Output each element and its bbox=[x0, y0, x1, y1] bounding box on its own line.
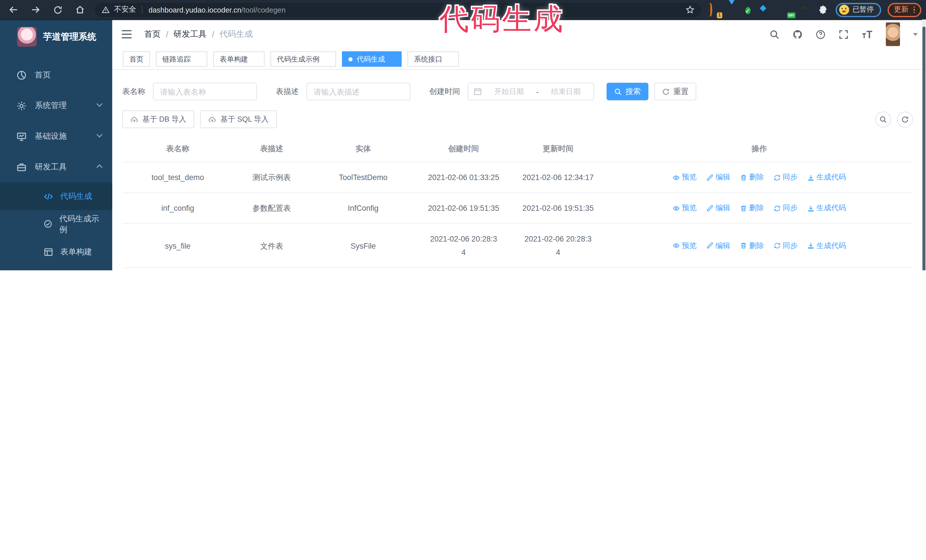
search-button[interactable]: 搜索 bbox=[607, 83, 649, 100]
action-label: 同步 bbox=[783, 201, 797, 215]
action-preview-button[interactable]: 预览 bbox=[672, 171, 697, 184]
edit-icon bbox=[706, 174, 713, 181]
extension-green-icon[interactable] bbox=[800, 5, 810, 15]
tab-close-icon[interactable] bbox=[252, 56, 258, 62]
import-db-button[interactable]: 基于 DB 导入 bbox=[122, 110, 195, 128]
sidebar-subitem[interactable]: 表单构建 bbox=[0, 238, 112, 266]
address-bar[interactable]: 不安全 dashboard.yudao.iocoder.cn/tool/code… bbox=[95, 3, 702, 17]
hamburger-icon[interactable] bbox=[122, 30, 132, 38]
extension-dark-icon[interactable]: on bbox=[782, 5, 792, 15]
sidebar-subitem[interactable]: 系统接口 bbox=[0, 266, 112, 270]
user-avatar[interactable] bbox=[886, 23, 900, 46]
cell-table-desc: 测试示例表 bbox=[233, 171, 310, 184]
scrollbar-thumb[interactable] bbox=[923, 27, 925, 270]
action-generate-button[interactable]: 生成代码 bbox=[807, 239, 846, 252]
breadcrumb-home[interactable]: 首页 bbox=[144, 29, 161, 39]
delete-icon bbox=[740, 174, 747, 181]
home-icon[interactable] bbox=[75, 5, 85, 15]
action-delete-button[interactable]: 删除 bbox=[740, 171, 764, 184]
profile-paused-chip[interactable]: 已暂停 bbox=[835, 3, 881, 17]
column-header: 创建时间 bbox=[416, 143, 511, 154]
action-generate-button[interactable]: 生成代码 bbox=[807, 171, 846, 184]
url-text[interactable]: dashboard.yudao.iocoder.cn/tool/codegen bbox=[148, 6, 286, 14]
action-sync-button[interactable]: 同步 bbox=[773, 239, 797, 252]
table-name-input[interactable] bbox=[153, 83, 257, 100]
action-preview-button[interactable]: 预览 bbox=[672, 201, 697, 215]
action-generate-button[interactable]: 生成代码 bbox=[807, 201, 846, 215]
action-sync-button[interactable]: 同步 bbox=[773, 201, 797, 215]
sidebar-item-0[interactable]: 首页 bbox=[0, 60, 112, 90]
header-search-icon[interactable] bbox=[770, 29, 779, 39]
chevron-up-icon bbox=[96, 164, 103, 171]
sidebar-item-1[interactable]: 系统管理 bbox=[0, 90, 112, 121]
extension-orange-icon[interactable]: 1 bbox=[708, 5, 719, 15]
fullscreen-icon[interactable] bbox=[838, 29, 849, 39]
chevron-down-icon bbox=[96, 133, 103, 140]
security-label[interactable]: 不安全 bbox=[114, 5, 136, 15]
tab[interactable]: 表单构建 bbox=[213, 51, 265, 66]
eye-icon bbox=[672, 174, 679, 181]
reset-button[interactable]: 重置 bbox=[654, 83, 696, 100]
action-label: 删除 bbox=[749, 201, 764, 215]
toolbox-icon bbox=[17, 162, 27, 172]
help-icon[interactable] bbox=[816, 29, 825, 39]
tab[interactable]: 代码生成 bbox=[342, 51, 401, 66]
tab[interactable]: 系统接口 bbox=[407, 51, 459, 66]
cell-created-time: 2021-02-06 19:51:35 bbox=[416, 201, 511, 215]
extension-check-icon[interactable]: ✓ bbox=[745, 5, 756, 15]
window-scrollbar[interactable] bbox=[922, 20, 926, 270]
extension-gem-icon[interactable] bbox=[726, 5, 737, 15]
tab-close-icon[interactable] bbox=[324, 56, 330, 62]
breadcrumb-separator: / bbox=[166, 30, 168, 39]
action-preview-button[interactable]: 预览 bbox=[672, 239, 697, 252]
tab-close-icon[interactable] bbox=[389, 56, 395, 62]
font-size-icon[interactable] bbox=[862, 29, 873, 39]
cell-entity: ToolTestDemo bbox=[310, 171, 416, 184]
end-date-placeholder[interactable]: 结束日期 bbox=[543, 87, 588, 97]
tab-close-icon[interactable] bbox=[446, 56, 452, 62]
sidebar-subitem[interactable]: 代码生成 bbox=[0, 182, 112, 210]
import-sql-button[interactable]: 基于 SQL 导入 bbox=[200, 110, 277, 128]
update-browser-button[interactable]: 更新 bbox=[887, 3, 921, 17]
download-icon bbox=[807, 174, 814, 181]
extensions-puzzle-icon[interactable] bbox=[818, 5, 828, 15]
action-label: 预览 bbox=[682, 201, 697, 215]
tab-label: 链路追踪 bbox=[162, 54, 191, 64]
tab-close-icon[interactable] bbox=[195, 56, 201, 62]
action-sync-button[interactable]: 同步 bbox=[773, 171, 797, 184]
bookmark-star-icon[interactable] bbox=[685, 5, 694, 14]
date-range-picker[interactable]: 开始日期 - 结束日期 bbox=[468, 83, 595, 100]
action-delete-button[interactable]: 删除 bbox=[740, 239, 764, 252]
sidebar-item-2[interactable]: 基础设施 bbox=[0, 121, 112, 152]
sidebar-item-3[interactable]: 研发工具 bbox=[0, 152, 112, 183]
back-icon[interactable] bbox=[8, 5, 18, 15]
refresh-table-button[interactable] bbox=[897, 112, 913, 127]
start-date-placeholder[interactable]: 开始日期 bbox=[487, 87, 531, 97]
tab[interactable]: 代码生成示例 bbox=[270, 51, 336, 66]
app-title: 芋道管理系统 bbox=[43, 31, 96, 42]
sidebar-item-label: 首页 bbox=[35, 70, 51, 80]
breadcrumb-devtools[interactable]: 研发工具 bbox=[174, 29, 207, 39]
action-edit-button[interactable]: 编辑 bbox=[706, 201, 730, 215]
app-logo-row[interactable]: 芋道管理系统 bbox=[0, 20, 112, 51]
forward-icon[interactable] bbox=[31, 5, 41, 15]
sidebar-item-label: 基础设施 bbox=[35, 131, 67, 142]
tab[interactable]: 首页 bbox=[123, 51, 150, 66]
reload-icon[interactable] bbox=[53, 5, 63, 15]
toggle-search-button[interactable] bbox=[875, 112, 891, 127]
sidebar-item-label: 系统管理 bbox=[35, 100, 67, 111]
tab-bar: 首页 链路追踪 表单构建 代码生成示例 代码生成 bbox=[112, 49, 926, 70]
browser-menu-icon[interactable] bbox=[913, 6, 915, 13]
cell-table-name: inf_config bbox=[122, 201, 233, 215]
action-edit-button[interactable]: 编辑 bbox=[706, 171, 730, 184]
tab[interactable]: 链路追踪 bbox=[156, 51, 207, 66]
table-desc-input[interactable] bbox=[307, 83, 410, 100]
sidebar-subitem[interactable]: 代码生成示例 bbox=[0, 210, 112, 238]
security-warning-icon[interactable] bbox=[102, 6, 110, 14]
github-icon[interactable] bbox=[793, 29, 803, 39]
action-delete-button[interactable]: 删除 bbox=[740, 201, 764, 215]
cell-updated-time: 2021-02-06 20:28:3 4 bbox=[511, 232, 605, 259]
extension-grid-icon[interactable] bbox=[763, 5, 774, 15]
action-edit-button[interactable]: 编辑 bbox=[706, 239, 730, 252]
avatar-caret-down-icon[interactable] bbox=[913, 33, 918, 36]
